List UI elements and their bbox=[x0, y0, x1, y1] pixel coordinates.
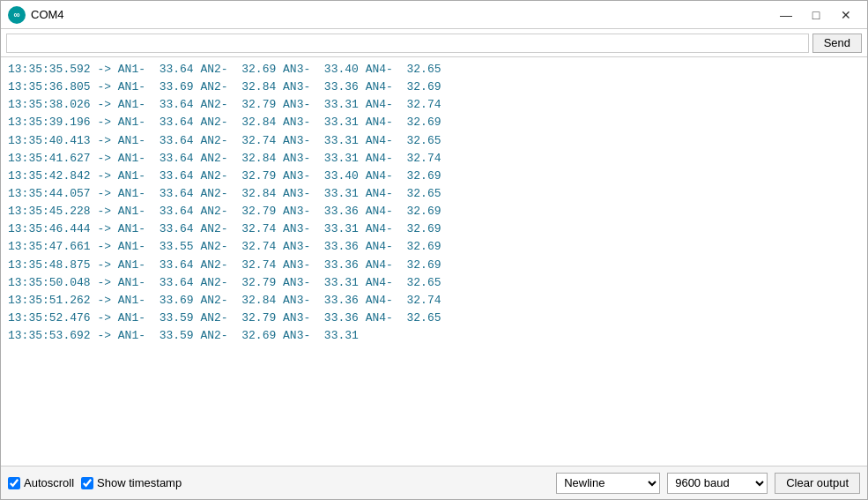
title-bar: ∞ COM4 — □ ✕ bbox=[1, 1, 867, 29]
arduino-logo-icon: ∞ bbox=[8, 6, 26, 24]
output-line: 13:35:44.057 -> AN1- 33.64 AN2- 32.84 AN… bbox=[8, 185, 860, 203]
window-controls: — □ ✕ bbox=[772, 5, 860, 25]
output-line: 13:35:40.413 -> AN1- 33.64 AN2- 32.74 AN… bbox=[8, 132, 860, 150]
autoscroll-checkbox[interactable] bbox=[8, 477, 20, 489]
output-line: 13:35:50.048 -> AN1- 33.64 AN2- 32.79 AN… bbox=[8, 274, 860, 292]
close-button[interactable]: ✕ bbox=[832, 5, 860, 25]
output-line: 13:35:48.875 -> AN1- 33.64 AN2- 32.74 AN… bbox=[8, 257, 860, 274]
output-line: 13:35:41.627 -> AN1- 33.64 AN2- 32.84 AN… bbox=[8, 150, 860, 168]
autoscroll-checkbox-label[interactable]: Autoscroll bbox=[8, 476, 74, 489]
output-line: 13:35:53.692 -> AN1- 33.59 AN2- 32.69 AN… bbox=[8, 327, 860, 345]
output-line: 13:35:46.444 -> AN1- 33.64 AN2- 32.74 AN… bbox=[8, 220, 860, 238]
output-line: 13:35:45.228 -> AN1- 33.64 AN2- 32.79 AN… bbox=[8, 203, 860, 220]
output-line: 13:35:35.592 -> AN1- 33.64 AN2- 32.69 AN… bbox=[8, 61, 860, 78]
newline-select[interactable]: No line endingNewlineCarriage returnBoth… bbox=[556, 473, 660, 494]
send-bar: Send bbox=[1, 29, 867, 57]
show-timestamp-label: Show timestamp bbox=[97, 476, 182, 489]
title-bar-left: ∞ COM4 bbox=[8, 6, 64, 24]
send-button[interactable]: Send bbox=[812, 34, 862, 53]
status-bar: Autoscroll Show timestamp No line ending… bbox=[1, 466, 867, 499]
output-area[interactable]: 13:35:35.592 -> AN1- 33.64 AN2- 32.69 AN… bbox=[1, 57, 867, 466]
output-line: 13:35:47.661 -> AN1- 33.55 AN2- 32.74 AN… bbox=[8, 238, 860, 256]
minimize-button[interactable]: — bbox=[772, 5, 800, 25]
output-line: 13:35:39.196 -> AN1- 33.64 AN2- 32.84 AN… bbox=[8, 114, 860, 131]
autoscroll-label: Autoscroll bbox=[24, 476, 74, 489]
window-title: COM4 bbox=[31, 8, 64, 21]
output-line: 13:35:51.262 -> AN1- 33.69 AN2- 32.84 AN… bbox=[8, 292, 860, 310]
send-input[interactable] bbox=[6, 34, 809, 53]
maximize-button[interactable]: □ bbox=[802, 5, 830, 25]
serial-monitor-window: ∞ COM4 — □ ✕ Send 13:35:35.592 -> AN1- 3… bbox=[0, 0, 868, 500]
output-line: 13:35:42.842 -> AN1- 33.64 AN2- 32.79 AN… bbox=[8, 168, 860, 185]
output-line: 13:35:38.026 -> AN1- 33.64 AN2- 32.79 AN… bbox=[8, 96, 860, 114]
show-timestamp-checkbox[interactable] bbox=[81, 477, 93, 489]
output-line: 13:35:52.476 -> AN1- 33.59 AN2- 32.79 AN… bbox=[8, 310, 860, 327]
baud-select[interactable]: 300 baud1200 baud2400 baud4800 baud9600 … bbox=[667, 473, 768, 494]
show-timestamp-checkbox-label[interactable]: Show timestamp bbox=[81, 476, 182, 489]
clear-output-button[interactable]: Clear output bbox=[775, 473, 860, 494]
output-line: 13:35:36.805 -> AN1- 33.69 AN2- 32.84 AN… bbox=[8, 78, 860, 96]
